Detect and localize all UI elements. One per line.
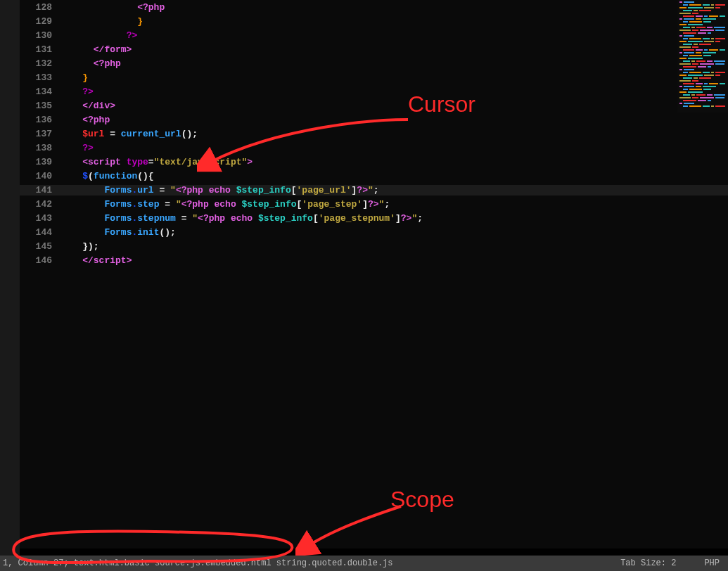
line-code[interactable]: ?> — [60, 30, 728, 41]
code-line[interactable]: 129 } — [20, 14, 728, 28]
line-number: 137 — [20, 129, 60, 139]
code-line[interactable]: 144 Forms.init(); — [20, 225, 728, 239]
status-left[interactable]: 1, Column 27; text.html.basic source.js.… — [3, 558, 393, 568]
line-number: 133 — [20, 72, 60, 83]
line-code[interactable]: </script> — [60, 255, 728, 266]
line-code[interactable]: }); — [60, 241, 728, 252]
code-line[interactable]: 135 </div> — [20, 98, 728, 113]
status-tab-size[interactable]: Tab Size: 2 — [620, 558, 676, 568]
line-number: 130 — [20, 30, 60, 41]
line-number: 131 — [20, 44, 60, 55]
left-gutter — [0, 0, 20, 571]
line-number: 132 — [20, 58, 60, 69]
code-line[interactable]: 142 Forms.step = "<?php echo $step_info[… — [20, 197, 728, 211]
line-number: 134 — [20, 86, 60, 97]
line-code[interactable]: </form> — [60, 44, 728, 55]
line-number: 146 — [20, 255, 60, 266]
line-number: 139 — [20, 157, 60, 167]
line-code[interactable]: Forms.stepnum = "<?php echo $step_info['… — [60, 213, 728, 224]
line-code[interactable]: $(function(){ — [60, 171, 728, 181]
line-number: 141 — [20, 185, 60, 195]
code-line[interactable]: 140 $(function(){ — [20, 169, 728, 183]
line-number: 145 — [20, 241, 60, 252]
line-code[interactable]: <script type="text/javascript"> — [60, 157, 728, 167]
code-line[interactable]: 137 $url = current_url(); — [20, 127, 728, 141]
code-line[interactable]: 146 </script> — [20, 253, 728, 267]
line-code[interactable]: ?> — [60, 86, 728, 97]
line-code[interactable]: } — [60, 16, 728, 27]
line-code[interactable]: Forms.url = "<?php echo $step_info['page… — [60, 185, 728, 195]
line-code[interactable]: </div> — [60, 101, 728, 111]
line-number: 142 — [20, 199, 60, 210]
code-line[interactable]: 141 Forms.url = "<?php echo $step_info['… — [20, 183, 728, 197]
code-line[interactable]: 145 }); — [20, 239, 728, 253]
line-number: 144 — [20, 227, 60, 238]
status-language[interactable]: PHP — [704, 558, 720, 568]
code-line[interactable]: 143 Forms.stepnum = "<?php echo $step_in… — [20, 211, 728, 225]
line-number: 129 — [20, 16, 60, 27]
line-code[interactable]: } — [60, 72, 728, 83]
code-line[interactable]: 133 } — [20, 70, 728, 84]
line-code[interactable]: <?php — [60, 58, 728, 69]
line-number: 135 — [20, 101, 60, 111]
code-line[interactable]: 131 </form> — [20, 42, 728, 56]
line-number: 138 — [20, 143, 60, 153]
code-line[interactable]: 132 <?php — [20, 56, 728, 70]
line-number: 128 — [20, 2, 60, 13]
code-line[interactable]: 134 ?> — [20, 84, 728, 98]
code-line[interactable]: 130 ?> — [20, 28, 728, 42]
line-code[interactable]: Forms.step = "<?php echo $step_info['pag… — [60, 199, 728, 210]
code-line[interactable]: 128 <?php — [20, 0, 728, 14]
line-code[interactable]: ?> — [60, 143, 728, 153]
line-number: 140 — [20, 171, 60, 181]
code-line[interactable]: 136 <?php — [20, 113, 728, 127]
line-code[interactable]: <?php — [60, 115, 728, 125]
code-editor[interactable]: 128 <?php129 }130 ?>131 </form>132 <?php… — [20, 0, 728, 548]
line-code[interactable]: <?php — [60, 2, 728, 13]
line-code[interactable]: Forms.init(); — [60, 227, 728, 238]
status-bar: 1, Column 27; text.html.basic source.js.… — [0, 556, 728, 571]
line-number: 136 — [20, 115, 60, 125]
minimap[interactable] — [677, 0, 728, 113]
code-line[interactable]: 139 <script type="text/javascript"> — [20, 155, 728, 169]
code-line[interactable]: 138 ?> — [20, 141, 728, 155]
line-number: 143 — [20, 213, 60, 224]
line-code[interactable]: $url = current_url(); — [60, 129, 728, 139]
